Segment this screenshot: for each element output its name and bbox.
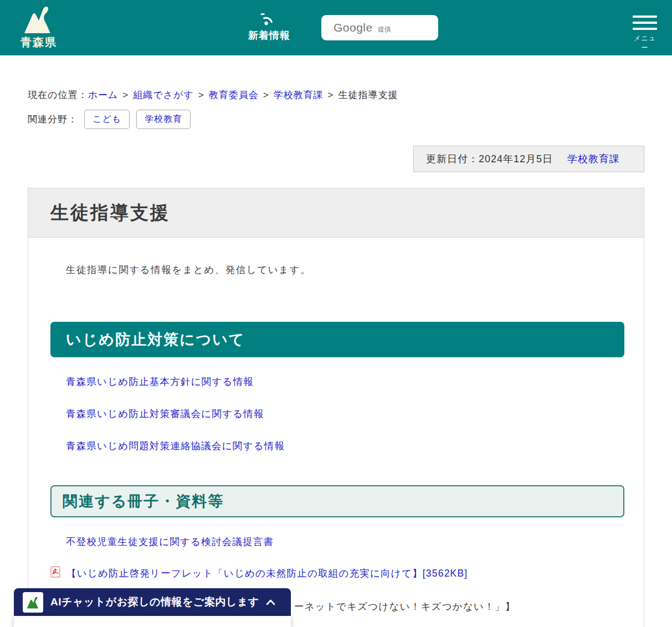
related-fields-row: 関連分野： こども 学校教育 bbox=[28, 110, 191, 129]
tag-school-education[interactable]: 学校教育 bbox=[136, 110, 191, 129]
new-info-label: 新着情報 bbox=[242, 29, 297, 42]
page-title: 生徒指導支援 bbox=[50, 201, 170, 225]
breadcrumb-board-of-education[interactable]: 教育委員会 bbox=[209, 90, 259, 100]
link-truancy-support-report[interactable]: 不登校児童生徒支援に関する検討会議提言書 bbox=[66, 535, 274, 548]
page: 青森県 新着情報 Google 提供 メニュー bbox=[0, 0, 672, 627]
breadcrumb-current-page: 生徒指導支援 bbox=[338, 90, 398, 100]
related-fields-label: 関連分野： bbox=[28, 113, 78, 126]
search-provided-label: 提供 bbox=[378, 22, 391, 34]
pdf-file-icon bbox=[50, 566, 66, 580]
update-info-box: 更新日付：2024年12月5日 学校教育課 bbox=[413, 146, 644, 172]
link-bullying-countermeasures-council[interactable]: 青森県いじめ防止対策審議会に関する情報 bbox=[66, 407, 264, 420]
link-bullying-leaflet-pdf[interactable]: 【いじめ防止啓発リーフレット「いじめの未然防止の取組の充実に向けて】[3562K… bbox=[66, 567, 468, 580]
page-title-bar: 生徒指導支援 bbox=[28, 188, 644, 238]
site-header: 青森県 新着情報 Google 提供 メニュー bbox=[0, 0, 672, 55]
link-bullying-liaison-conference[interactable]: 青森県いじめ問題対策連絡協議会に関する情報 bbox=[66, 439, 285, 453]
ai-chat-banner[interactable]: AIチャットがお探しの情報をご案内します bbox=[14, 588, 291, 616]
logo-text: 青森県 bbox=[18, 35, 60, 50]
new-info-button[interactable]: 新着情報 bbox=[242, 9, 297, 42]
mountain-logo-icon bbox=[18, 4, 60, 34]
chevron-up-icon bbox=[266, 599, 275, 605]
intro-text: 生徒指導に関する情報をまとめ、発信しています。 bbox=[66, 263, 311, 276]
breadcrumb-prefix: 現在の位置： bbox=[28, 90, 88, 100]
pdf-link-row: 【いじめ防止啓発リーフレット「いじめの未然防止の取組の充実に向けて】[3562K… bbox=[50, 566, 468, 580]
google-brand-text: Google bbox=[334, 21, 373, 34]
site-search-input[interactable]: Google 提供 bbox=[321, 15, 438, 40]
tag-children[interactable]: こども bbox=[84, 110, 130, 129]
article-container: 生徒指導支援 生徒指導に関する情報をまとめ、発信しています。 いじめ防止対策につ… bbox=[28, 188, 644, 627]
menu-button[interactable]: メニュー bbox=[633, 16, 657, 53]
aomori-prefecture-logo[interactable]: 青森県 bbox=[18, 4, 60, 50]
chat-panel bbox=[14, 616, 291, 627]
chat-mountain-logo-icon bbox=[23, 592, 43, 613]
hamburger-icon bbox=[633, 16, 657, 30]
breadcrumb-home[interactable]: ホーム bbox=[88, 90, 118, 100]
link-bullying-basic-policy[interactable]: 青森県いじめ防止基本方針に関する情報 bbox=[66, 375, 254, 388]
section-heading-related-booklets: 関連する冊子・資料等 bbox=[50, 485, 624, 517]
update-date: 更新日付：2024年12月5日 bbox=[426, 152, 553, 166]
breadcrumb: 現在の位置：ホーム>組織でさがす>教育委員会>学校教育課>生徒指導支援 bbox=[28, 89, 398, 101]
broadcast-icon bbox=[242, 9, 297, 27]
menu-label: メニュー bbox=[633, 34, 657, 53]
breadcrumb-organizations[interactable]: 組織でさがす bbox=[133, 90, 194, 100]
department-link[interactable]: 学校教育課 bbox=[567, 152, 620, 166]
ai-chat-widget: AIチャットがお探しの情報をご案内します bbox=[14, 588, 291, 627]
chat-banner-label: AIチャットがお探しの情報をご案内します bbox=[50, 595, 259, 609]
section-heading-bullying-prevention: いじめ防止対策について bbox=[50, 322, 624, 357]
link-internet-leaflet-partial[interactable]: ーネットでキズつけない！キズつかない！」】 bbox=[294, 600, 515, 613]
breadcrumb-school-education-division[interactable]: 学校教育課 bbox=[274, 90, 324, 100]
